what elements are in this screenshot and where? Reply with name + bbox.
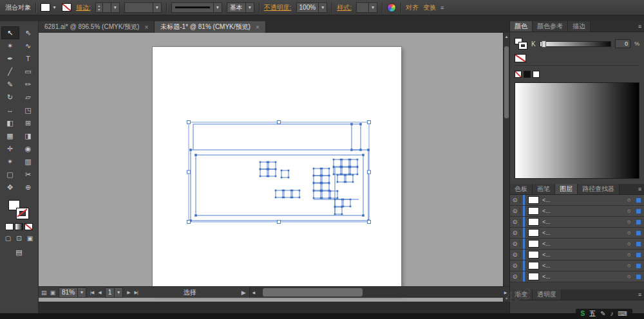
fill-dropdown-icon[interactable]: ▾ [52,3,57,12]
opacity-panel-link[interactable]: 不透明度: [264,3,292,12]
symbol-sprayer-tool-icon[interactable]: ✴ [1,155,19,168]
stroke-panel-link[interactable]: 描边: [76,3,91,12]
stroke-color-control[interactable] [62,3,71,12]
layer-target-icon[interactable]: ○ [627,197,635,203]
free-transform-tool-icon[interactable]: ◳ [19,104,37,116]
panel-menu-icon[interactable]: ≡ [638,289,641,300]
visibility-eye-icon[interactable]: ⊙ [510,241,520,247]
brush-preview-dropdown-icon[interactable]: ▾ [213,3,222,12]
layer-label[interactable]: <... [542,219,627,225]
close-icon[interactable]: × [256,24,260,31]
layer-thumbnail[interactable] [528,218,539,226]
align-link[interactable]: 对齐 [406,3,419,12]
visibility-eye-icon[interactable]: ⊙ [510,219,520,225]
layer-row[interactable]: ⊙<...○ [510,260,644,271]
layer-row[interactable]: ⊙<...○ [510,195,644,206]
mini-fill-stroke-indicator[interactable] [515,38,527,50]
vertical-scrollbar[interactable]: ▲ ▼ [503,33,509,302]
layer-label[interactable]: <... [542,241,627,247]
stroke-weight-steppers[interactable]: ▴▾ [96,3,103,12]
width-tool-icon[interactable]: ↔ [1,104,19,116]
layer-thumbnail[interactable] [528,207,539,215]
zoom-dropdown-icon[interactable]: ▾ [77,288,86,297]
artboard-tool-icon[interactable]: ▢ [1,168,19,181]
layer-target-icon[interactable]: ○ [627,262,635,269]
document-tab-active[interactable]: 未标题-1* @ 81% (CMYK/预览) × [155,21,265,33]
draw-inside-icon[interactable]: ▣ [26,233,35,242]
scroll-up-button[interactable]: ▲ [504,33,509,40]
mesh-tool-icon[interactable]: ▦ [1,129,19,142]
opacity-dropdown[interactable]: 100% ▾ [296,3,328,13]
page-icon[interactable]: ▤ [41,289,47,296]
line-segment-tool-icon[interactable]: ╱ [1,65,19,78]
none-color-swatch[interactable] [515,54,526,62]
stroke-weight-control[interactable]: ▴▾ ▾ [95,3,120,13]
layer-target-icon[interactable]: ○ [627,208,635,214]
panel-tab-色板[interactable]: 色板 [510,184,533,194]
none-swatch[interactable] [515,71,522,78]
layer-label[interactable]: <... [542,251,627,258]
document-tab[interactable]: 6281.ai* @ 896.5% (CMYK/预览) × [39,21,155,33]
horizontal-scroll-track[interactable] [258,287,502,298]
layer-target-icon[interactable]: ○ [627,241,635,247]
selection-tool-icon[interactable]: ↖ [1,26,19,39]
visibility-eye-icon[interactable]: ⊙ [510,197,520,203]
draw-normal-icon[interactable]: ▢ [4,233,13,242]
close-icon[interactable]: × [144,24,148,31]
magic-wand-tool-icon[interactable]: ✶ [1,39,19,52]
zoom-tool-icon[interactable]: ⊕ [19,181,37,194]
paintbrush-tool-icon[interactable]: ✎ [1,78,19,91]
layer-thumbnail[interactable] [528,196,539,204]
fill-color-control[interactable]: ▾ [41,3,57,12]
eyedropper-tool-icon[interactable]: ✛ [1,142,19,155]
hand-tool-icon[interactable]: ✥ [1,181,19,194]
scroll-right-button[interactable]: ▶ [502,290,509,295]
k-channel-slider[interactable] [540,41,611,47]
layer-target-icon[interactable]: ○ [627,230,635,236]
recolor-artwork-icon[interactable] [387,3,396,12]
visibility-eye-icon[interactable]: ⊙ [510,273,520,280]
layer-thumbnail[interactable] [528,229,539,237]
type-tool-icon[interactable]: T [19,52,37,65]
layer-selection-square[interactable] [636,231,641,235]
horizontal-scroll-thumb[interactable] [263,288,363,296]
layer-selection-square[interactable] [636,253,641,257]
layer-label[interactable]: <... [542,230,627,236]
draw-behind-icon[interactable]: ⊡ [15,233,24,242]
vertical-scroll-track[interactable] [504,40,509,295]
layer-selection-square[interactable] [636,242,641,246]
layer-label[interactable]: <... [542,273,627,280]
column-graph-tool-icon[interactable]: ▥ [19,155,37,168]
artboard-navigation-field[interactable]: 1 ▾ [105,287,124,298]
artboard-nav-dropdown-icon[interactable]: ▾ [114,288,122,297]
style-panel-link[interactable]: 样式: [337,3,352,12]
first-artboard-button[interactable]: |◀ [90,290,94,295]
layer-thumbnail[interactable] [528,251,539,259]
visibility-eye-icon[interactable]: ⊙ [510,230,520,236]
stepper-down-icon[interactable]: ▾ [96,8,102,12]
layer-thumbnail[interactable] [528,240,539,248]
gradient-tool-icon[interactable]: ◨ [19,129,37,142]
wubi-icon[interactable]: 五 [589,309,596,318]
status-menu-arrow-icon[interactable]: ▶ [242,289,246,296]
layer-row[interactable]: ⊙<...○ [510,228,644,239]
layer-selection-square[interactable] [636,209,641,214]
rectangle-tool-icon[interactable]: ▭ [19,65,37,78]
zoom-dropdown[interactable]: 81% ▾ [59,287,86,298]
transform-link[interactable]: 变换 [423,3,436,12]
blend-tool-icon[interactable]: ◉ [19,142,37,155]
sound-icon[interactable]: ♪ [611,309,614,318]
canvas[interactable] [39,33,503,302]
layer-selection-square[interactable] [636,264,641,268]
panel-tab-描边[interactable]: 描边 [568,21,591,32]
style-dropdown[interactable]: ▾ [356,3,377,13]
layer-target-icon[interactable]: ○ [627,251,635,258]
visibility-eye-icon[interactable]: ⊙ [510,262,520,269]
layer-row[interactable]: ⊙<...○ [510,206,644,217]
layer-label[interactable]: <... [542,208,627,214]
brush-definition-dropdown-icon[interactable]: ▾ [245,3,254,12]
panel-tab-图层[interactable]: 图层 [555,184,578,194]
k-slider-thumb[interactable] [542,41,546,48]
sogou-icon[interactable]: S [581,309,585,318]
layer-target-icon[interactable]: ○ [627,273,635,280]
